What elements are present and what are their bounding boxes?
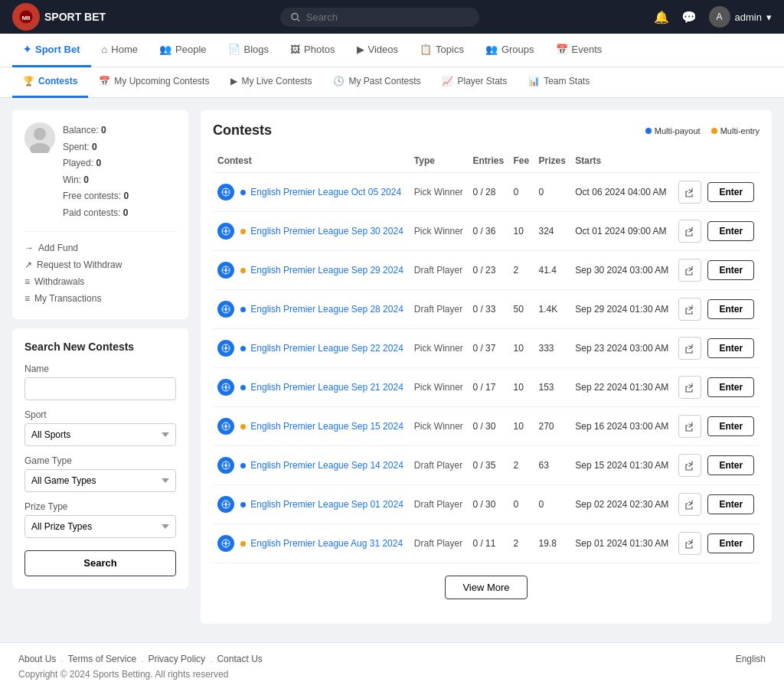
subnav-item-mypast[interactable]: 🕓 My Past Contests — [322, 67, 431, 98]
privacy-link[interactable]: Privacy Policy — [148, 654, 205, 664]
multipayout-label: Multi-payout — [655, 126, 701, 135]
share-button[interactable] — [678, 493, 701, 516]
contest-entries-cell: 0 / 23 — [468, 251, 508, 290]
contest-type-cell: Pick Winner — [410, 329, 469, 368]
table-row: English Premier League Aug 31 2024 Draft… — [213, 524, 760, 563]
contest-starts-cell: Sep 15 2024 01:30 AM — [570, 446, 674, 485]
enter-button[interactable]: Enter — [707, 377, 754, 397]
contest-fee-cell: 2 — [509, 251, 534, 290]
share-button[interactable] — [678, 337, 701, 360]
contest-name-link[interactable]: English Premier League Sep 30 2024 — [217, 223, 405, 240]
nav-item-topics[interactable]: 📋 Topics — [409, 34, 475, 67]
enter-button[interactable]: Enter — [707, 533, 754, 553]
nav-label-groups: Groups — [501, 44, 534, 55]
subnav-item-teamstats[interactable]: 📊 Team Stats — [518, 67, 600, 98]
status-dot — [240, 190, 246, 195]
nav-item-sportbet[interactable]: ✦ Sport Bet — [12, 34, 91, 67]
sportbet-icon: ✦ — [23, 44, 31, 55]
profile-card: Balance: 0 Spent: 0 Played: 0 Win: 0 Fre… — [12, 110, 188, 319]
nav-item-events[interactable]: 📅 Events — [545, 34, 613, 67]
nav-item-groups[interactable]: 👥 Groups — [475, 34, 545, 67]
contest-name-link[interactable]: English Premier League Sep 22 2024 — [217, 340, 405, 357]
enter-button[interactable]: Enter — [707, 221, 754, 241]
message-icon[interactable]: 💬 — [681, 10, 697, 24]
subnav-item-mylive[interactable]: ▶ My Live Contests — [220, 67, 322, 98]
contest-actions-cell: Enter — [674, 485, 760, 524]
contest-type-cell: Draft Player — [410, 446, 469, 485]
prize-type-select[interactable]: All Prize Types — [24, 515, 176, 538]
terms-link[interactable]: Terms of Service — [68, 654, 136, 664]
contests-table: Contest Type Entries Fee Prizes Starts — [213, 149, 760, 563]
nav-label-topics: Topics — [436, 44, 464, 55]
contest-name-link[interactable]: English Premier League Aug 31 2024 — [217, 535, 405, 552]
game-type-select[interactable]: All Game Types — [24, 469, 176, 492]
contest-name-link[interactable]: English Premier League Sep 15 2024 — [217, 418, 405, 435]
enter-button[interactable]: Enter — [707, 299, 754, 319]
table-row: English Premier League Sep 15 2024 Pick … — [213, 407, 760, 446]
view-more-button[interactable]: View More — [445, 576, 527, 599]
profile-actions: → Add Fund ↗ Request to Withdraw ≡ Withd… — [24, 231, 176, 307]
enter-button[interactable]: Enter — [707, 416, 754, 436]
contest-fee-cell: 0 — [509, 485, 534, 524]
search-bar[interactable] — [280, 8, 479, 27]
add-fund-link[interactable]: → Add Fund — [24, 240, 176, 256]
contest-type-cell: Draft Player — [410, 290, 469, 329]
name-group: Name — [24, 364, 176, 400]
about-link[interactable]: About Us — [18, 654, 56, 664]
search-input[interactable] — [306, 11, 469, 23]
status-dot — [240, 385, 246, 390]
share-button[interactable] — [678, 454, 701, 477]
contest-name-text: English Premier League Sep 21 2024 — [240, 382, 403, 393]
enter-button[interactable]: Enter — [707, 494, 754, 514]
enter-button[interactable]: Enter — [707, 182, 754, 202]
share-button[interactable] — [678, 376, 701, 399]
contest-name-cell: English Premier League Sep 14 2024 — [213, 446, 410, 485]
contest-btn-group: Enter — [678, 454, 755, 477]
nav-item-blogs[interactable]: 📄 Blogs — [217, 34, 280, 67]
past-icon: 🕓 — [333, 76, 345, 86]
contest-name-link[interactable]: English Premier League Sep 14 2024 — [217, 457, 405, 474]
share-button[interactable] — [678, 181, 701, 204]
played-stat: Played: 0 — [63, 155, 129, 172]
enter-button[interactable]: Enter — [707, 455, 754, 475]
contact-link[interactable]: Contact Us — [217, 654, 262, 664]
svg-point-5 — [34, 128, 46, 140]
paid-contests-stat: Paid contests: 0 — [63, 205, 129, 222]
name-input[interactable] — [24, 377, 176, 400]
admin-menu[interactable]: A admin ▾ — [709, 6, 772, 28]
contest-starts-cell: Oct 01 2024 09:00 AM — [570, 212, 674, 251]
nav-item-photos[interactable]: 🖼 Photos — [279, 34, 345, 67]
sport-select[interactable]: All Sports — [24, 423, 176, 446]
contest-league-icon — [217, 418, 234, 435]
nav-item-home[interactable]: ⌂ Home — [91, 34, 149, 67]
withdraw-link[interactable]: ↗ Request to Withdraw — [24, 256, 176, 273]
nav-item-videos[interactable]: ▶ Videos — [346, 34, 410, 67]
transactions-link[interactable]: ≡ My Transactions — [24, 290, 176, 307]
withdrawals-link[interactable]: ≡ Withdrawals — [24, 273, 176, 290]
contest-name-link[interactable]: English Premier League Sep 01 2024 — [217, 496, 405, 513]
share-button[interactable] — [678, 298, 701, 321]
subnav-item-myupcoming[interactable]: 📅 My Upcoming Contests — [88, 67, 220, 98]
contest-name-link[interactable]: English Premier League Oct 05 2024 — [217, 184, 405, 201]
share-button[interactable] — [678, 532, 701, 555]
subnav-item-contests[interactable]: 🏆 Contests — [12, 67, 88, 98]
language-selector[interactable]: English — [736, 654, 766, 664]
search-contests-button[interactable]: Search — [24, 550, 176, 576]
share-button[interactable] — [678, 259, 701, 282]
notification-icon[interactable]: 🔔 — [654, 10, 669, 24]
contest-type-cell: Pick Winner — [410, 173, 469, 212]
contest-name-link[interactable]: English Premier League Sep 29 2024 — [217, 262, 405, 279]
share-button[interactable] — [678, 415, 701, 438]
share-button[interactable] — [678, 220, 701, 243]
contest-actions-cell: Enter — [674, 407, 760, 446]
paid-contests-value: 0 — [123, 207, 129, 218]
free-contests-value: 0 — [123, 191, 129, 201]
contest-name-link[interactable]: English Premier League Sep 28 2024 — [217, 301, 405, 318]
contest-prizes-cell: 333 — [534, 329, 570, 368]
subnav-item-playerstats[interactable]: 📈 Player Stats — [431, 67, 518, 98]
enter-button[interactable]: Enter — [707, 260, 754, 280]
contest-name-link[interactable]: English Premier League Sep 21 2024 — [217, 379, 405, 396]
nav-item-people[interactable]: 👥 People — [149, 34, 217, 67]
contest-entries-cell: 0 / 17 — [468, 368, 508, 407]
enter-button[interactable]: Enter — [707, 338, 754, 358]
